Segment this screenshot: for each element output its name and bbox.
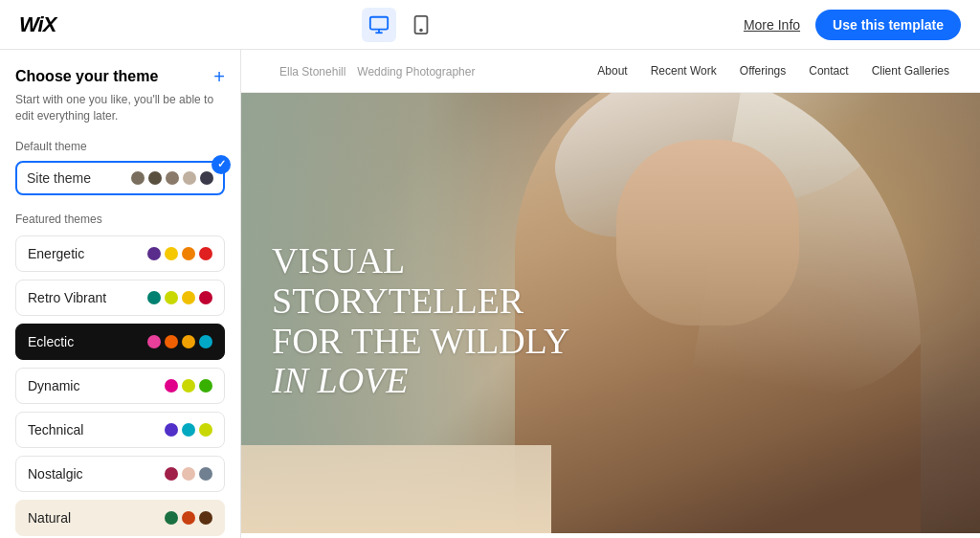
theme-color-dot (147, 335, 161, 348)
theme-colors (165, 423, 212, 437)
theme-name: Natural (28, 510, 71, 526)
theme-color-dot (182, 291, 195, 304)
wix-logo: WiX (19, 12, 56, 37)
mobile-icon (411, 14, 432, 35)
device-switcher (362, 8, 438, 42)
theme-color-dot (182, 423, 195, 437)
theme-name: Dynamic (28, 378, 79, 393)
theme-color-dot (182, 511, 195, 525)
hero-bottom-section (241, 445, 551, 533)
theme-color-dot (199, 423, 212, 437)
theme-color-dot (147, 291, 161, 304)
theme-name: Retro Vibrant (28, 290, 106, 305)
theme-item-natural[interactable]: Natural (15, 500, 225, 536)
theme-name: Energetic (28, 246, 84, 261)
add-theme-button[interactable]: + (213, 67, 225, 86)
hero-line1: VISUAL (272, 240, 405, 280)
theme-colors (147, 247, 212, 260)
hero-line3: FOR THE WILDLY (272, 320, 569, 360)
theme-color-dot (182, 379, 195, 392)
desktop-view-button[interactable] (362, 8, 396, 42)
theme-color-dot (199, 379, 212, 392)
hero-headline: VISUAL STORYTELLER FOR THE WILDLY IN LOV… (272, 241, 569, 401)
theme-color-dot (199, 335, 212, 348)
theme-color-dot (199, 247, 212, 260)
theme-name: Eclectic (28, 334, 74, 349)
desktop-icon (368, 14, 390, 35)
theme-color-dot (148, 171, 162, 185)
default-theme-selector[interactable]: Site theme ✓ (15, 161, 225, 195)
theme-colors (165, 379, 212, 392)
site-tagline: Wedding Photographer (357, 65, 475, 78)
svg-rect-0 (369, 16, 387, 29)
nav-recent-work[interactable]: Recent Work (651, 64, 717, 78)
site-nav: About Recent Work Offerings Contact Clie… (597, 64, 949, 78)
use-template-button[interactable]: Use this template (815, 10, 961, 40)
sidebar-subtitle: Start with one you like, you'll be able … (15, 92, 225, 124)
theme-colors (147, 335, 212, 348)
preview-inner: Ella Stonehill Wedding Photographer Abou… (241, 50, 980, 538)
topbar-right: More Info Use this template (744, 10, 961, 40)
nav-offerings[interactable]: Offerings (740, 64, 786, 78)
theme-color-dot (165, 247, 178, 260)
featured-themes-label: Featured themes (15, 213, 225, 226)
site-preview: Ella Stonehill Wedding Photographer Abou… (241, 50, 980, 538)
theme-color-dot (131, 171, 145, 185)
theme-color-dot (165, 511, 178, 525)
topbar-left: WiX (19, 12, 56, 37)
theme-colors (165, 511, 212, 525)
theme-color-dot (165, 335, 178, 348)
main-layout: Choose your theme + Start with one you l… (0, 50, 980, 538)
site-theme-label: Site theme (27, 170, 91, 186)
nav-about[interactable]: About (597, 64, 627, 78)
default-theme-label: Default theme (15, 140, 225, 153)
theme-color-dot (182, 335, 195, 348)
theme-color-dot (182, 467, 195, 481)
theme-color-dot (165, 467, 178, 481)
theme-color-dot (165, 379, 178, 392)
site-name: Ella Stonehill (279, 65, 345, 78)
selected-checkmark: ✓ (212, 155, 231, 174)
nav-contact[interactable]: Contact (809, 64, 848, 78)
theme-color-dot (200, 171, 213, 185)
theme-item-nostalgic[interactable]: Nostalgic (15, 456, 225, 492)
theme-item-dynamic[interactable]: Dynamic (15, 368, 225, 404)
svg-point-4 (420, 29, 422, 31)
face-shape (616, 140, 799, 325)
theme-item-eclectic[interactable]: Eclectic (15, 324, 225, 360)
theme-color-dot (199, 291, 212, 304)
hero-section: VISUAL STORYTELLER FOR THE WILDLY IN LOV… (241, 93, 980, 533)
theme-name: Technical (28, 422, 83, 437)
nav-client-galleries[interactable]: Client Galleries (872, 64, 949, 78)
theme-item-energetic[interactable]: Energetic (15, 235, 225, 272)
theme-color-dot (199, 467, 212, 481)
hero-text: VISUAL STORYTELLER FOR THE WILDLY IN LOV… (272, 241, 569, 401)
mobile-view-button[interactable] (404, 8, 438, 42)
sidebar-title: Choose your theme (15, 68, 158, 85)
theme-color-dot (147, 247, 161, 260)
hero-line4: IN LOVE (272, 360, 409, 400)
site-header: Ella Stonehill Wedding Photographer Abou… (241, 50, 980, 93)
theme-item-retro-vibrant[interactable]: Retro Vibrant (15, 280, 225, 316)
topbar: WiX More Info Use this template (0, 0, 980, 50)
site-brand: Ella Stonehill Wedding Photographer (272, 63, 475, 78)
hero-line2: STORYTELLER (272, 280, 523, 321)
site-theme-colors (131, 171, 213, 185)
theme-color-dot (199, 511, 212, 525)
sidebar-header: Choose your theme + (15, 67, 225, 86)
theme-color-dot (165, 291, 178, 304)
theme-color-dot (166, 171, 179, 185)
hero-person-figure (515, 93, 922, 533)
theme-name: Nostalgic (28, 466, 83, 482)
more-info-button[interactable]: More Info (744, 17, 800, 33)
theme-item-technical[interactable]: Technical (15, 412, 225, 448)
theme-colors (165, 467, 212, 481)
theme-color-dot (183, 171, 196, 185)
theme-color-dot (182, 247, 195, 260)
theme-color-dot (165, 423, 178, 437)
theme-sidebar: Choose your theme + Start with one you l… (0, 50, 241, 538)
theme-colors (147, 291, 212, 304)
